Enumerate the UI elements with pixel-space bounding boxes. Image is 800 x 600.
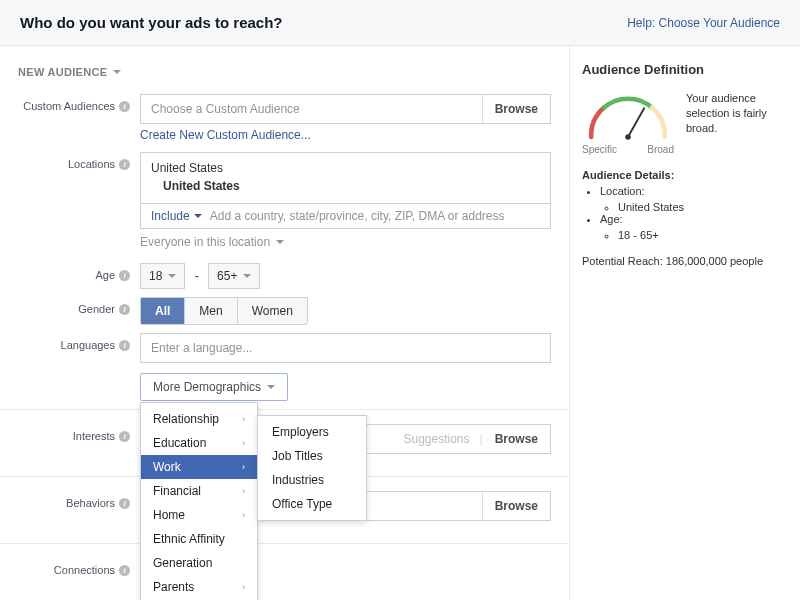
label-behaviors: Behaviors i (0, 491, 140, 509)
main-container: NEW AUDIENCE Custom Audiences i Browse C… (0, 46, 800, 600)
chevron-right-icon: › (242, 462, 245, 472)
demographics-item-generation[interactable]: Generation (141, 551, 257, 575)
caret-down-icon (194, 214, 202, 218)
caret-down-icon (168, 274, 176, 278)
chevron-right-icon: › (242, 414, 245, 424)
more-demographics-wrap: More Demographics Relationship›Education… (140, 373, 551, 401)
info-icon[interactable]: i (119, 270, 130, 281)
detail-location-value: United States (618, 201, 788, 213)
detail-age-label: Age: (600, 213, 623, 225)
demographics-item-relationship[interactable]: Relationship› (141, 407, 257, 431)
info-icon[interactable]: i (119, 101, 130, 112)
location-selected: United States (163, 179, 540, 193)
audience-details-heading: Audience Details: (582, 169, 674, 181)
caret-down-icon (276, 240, 284, 244)
row-languages: Languages i More Demographics Relationsh… (0, 333, 569, 401)
location-input[interactable] (210, 209, 540, 223)
work-submenu-industries[interactable]: Industries (258, 468, 366, 492)
page-title: Who do you want your ads to reach? (20, 14, 283, 31)
custom-audience-input[interactable] (141, 95, 482, 123)
demographics-item-ethnic-affinity[interactable]: Ethnic Affinity (141, 527, 257, 551)
gauge-description: Your audience selection is fairly broad. (686, 91, 788, 155)
browse-button[interactable]: Browse (482, 95, 550, 123)
gender-all-button[interactable]: All (141, 298, 185, 324)
age-separator: - (189, 269, 205, 283)
gauge-icon (582, 91, 674, 142)
work-submenu-employers[interactable]: Employers (258, 420, 366, 444)
label-custom-audiences: Custom Audiences i (0, 94, 140, 112)
detail-location-label: Location: (600, 185, 645, 197)
work-submenu: EmployersJob TitlesIndustriesOffice Type (257, 415, 367, 521)
row-age: Age i 18 - 65+ (0, 263, 569, 289)
browse-button[interactable]: Browse (482, 492, 550, 520)
browse-button[interactable]: Browse (483, 425, 550, 453)
help-link[interactable]: Help: Choose Your Audience (627, 16, 780, 30)
include-row: Include (140, 204, 551, 229)
demographics-item-parents[interactable]: Parents› (141, 575, 257, 599)
caret-down-icon (243, 274, 251, 278)
row-locations: Locations i United States United States … (0, 152, 569, 255)
info-icon[interactable]: i (119, 431, 130, 442)
caret-down-icon (113, 70, 121, 74)
age-from-select[interactable]: 18 (140, 263, 185, 289)
left-panel: NEW AUDIENCE Custom Audiences i Browse C… (0, 46, 570, 600)
chevron-right-icon: › (242, 438, 245, 448)
include-dropdown[interactable]: Include (151, 209, 202, 223)
info-icon[interactable]: i (119, 498, 130, 509)
work-submenu-job-titles[interactable]: Job Titles (258, 444, 366, 468)
row-connections: Connections i ype (0, 543, 569, 598)
more-demographics-button[interactable]: More Demographics (140, 373, 288, 401)
more-demographics-dropdown: Relationship›Education›Work›Financial›Ho… (140, 402, 258, 600)
chevron-right-icon: › (242, 486, 245, 496)
detail-age-value: 18 - 65+ (618, 229, 788, 241)
label-languages: Languages i (0, 333, 140, 351)
new-audience-dropdown[interactable]: NEW AUDIENCE (0, 56, 569, 94)
info-icon[interactable]: i (119, 304, 130, 315)
label-locations: Locations i (0, 152, 140, 170)
label-gender: Gender i (0, 297, 140, 315)
audience-gauge: Specific Broad (582, 91, 674, 155)
demographics-item-financial[interactable]: Financial› (141, 479, 257, 503)
demographics-item-education[interactable]: Education› (141, 431, 257, 455)
label-age: Age i (0, 263, 140, 281)
chevron-right-icon: › (242, 582, 245, 592)
create-custom-audience-link[interactable]: Create New Custom Audience... (140, 124, 311, 144)
everyone-dropdown[interactable]: Everyone in this location (140, 229, 551, 255)
info-icon[interactable]: i (119, 340, 130, 351)
svg-line-0 (628, 108, 645, 137)
row-gender: Gender i All Men Women (0, 297, 569, 325)
gender-women-button[interactable]: Women (238, 298, 307, 324)
work-submenu-office-type[interactable]: Office Type (258, 492, 366, 516)
gauge-broad-label: Broad (647, 144, 674, 155)
label-connections: Connections i (0, 558, 140, 576)
location-box: United States United States (140, 152, 551, 204)
languages-input-group (140, 333, 551, 363)
gauge-specific-label: Specific (582, 144, 617, 155)
gender-group: All Men Women (140, 297, 308, 325)
svg-point-1 (625, 134, 631, 140)
info-icon[interactable]: i (119, 159, 130, 170)
languages-input[interactable] (141, 334, 550, 362)
gender-men-button[interactable]: Men (185, 298, 237, 324)
new-audience-label: NEW AUDIENCE (18, 66, 107, 78)
label-interests: Interests i (0, 424, 140, 442)
potential-reach: Potential Reach: 186,000,000 people (582, 255, 788, 267)
demographics-item-home[interactable]: Home› (141, 503, 257, 527)
row-custom-audiences: Custom Audiences i Browse Create New Cus… (0, 94, 569, 144)
right-panel: Audience Definition Specific Broad Your … (570, 46, 800, 600)
demographics-item-work[interactable]: Work› (141, 455, 257, 479)
audience-details: Audience Details: Location: United State… (582, 169, 788, 241)
caret-down-icon (267, 385, 275, 389)
age-to-select[interactable]: 65+ (208, 263, 260, 289)
audience-definition-heading: Audience Definition (582, 62, 788, 77)
info-icon[interactable]: i (119, 565, 130, 576)
custom-audience-input-group: Browse (140, 94, 551, 124)
suggestions-label: Suggestions (403, 432, 479, 446)
page-header: Who do you want your ads to reach? Help:… (0, 0, 800, 46)
location-country: United States (151, 161, 540, 175)
gauge-row: Specific Broad Your audience selection i… (582, 91, 788, 155)
chevron-right-icon: › (242, 510, 245, 520)
